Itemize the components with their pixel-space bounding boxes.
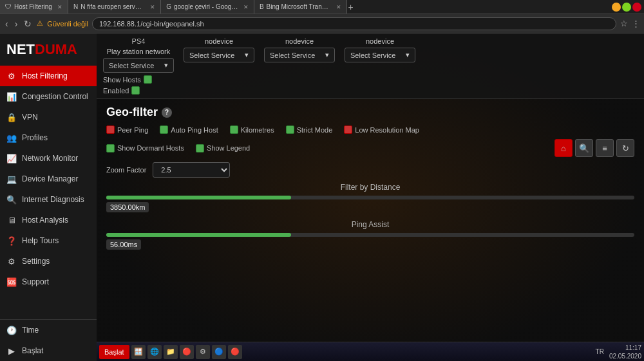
sidebar-item-support[interactable]: 🆘 Support [0, 272, 97, 292]
menu-icon[interactable]: ⋮ [632, 19, 640, 28]
tab-close[interactable]: ✕ [57, 4, 62, 10]
back-button[interactable]: ‹ [4, 17, 10, 30]
reload-button[interactable]: ↻ [23, 17, 33, 30]
maximize-button[interactable] [622, 3, 631, 12]
ps4-label: PS4 [103, 37, 174, 45]
sidebar-item-vpn[interactable]: 🔒 VPN [0, 107, 97, 127]
dropdown-arrow-icon: ▾ [325, 51, 329, 59]
vpn-icon: 🔒 [6, 112, 17, 122]
select-service-1[interactable]: Select Service ▾ [184, 48, 254, 62]
show-hosts-checkbox[interactable] [144, 75, 152, 84]
sidebar-item-label: Internet Diagnosis [22, 195, 84, 204]
tab-fifa[interactable]: N N fifa europen server problem - Co ✕ [68, 0, 161, 14]
options-row-2-combined: Show Dormant Hosts Show Legend ⌂ 🔍 ≡ ↻ [106, 139, 634, 157]
start-button[interactable]: Başlat [99, 345, 129, 359]
nodevice-column-1: nodevice Select Service ▾ [184, 37, 254, 62]
sidebar-item-network-monitor[interactable]: 📈 Network Monitor [0, 148, 97, 169]
strict-mode-checkbox[interactable] [286, 125, 294, 134]
select-service-3[interactable]: Select Service ▾ [345, 48, 415, 62]
ping-assist-label: Ping Assist [106, 220, 634, 229]
auto-ping-checkbox[interactable] [160, 125, 168, 134]
enabled-checkbox[interactable] [131, 86, 140, 95]
taskbar-icon-folder[interactable]: 📁 [164, 345, 178, 359]
service-bar: PS4 Play station network Select Service … [97, 33, 644, 99]
zoom-row: Zoom Factor 2.5 1.0 1.5 2.0 3.0 4.0 5.0 [106, 162, 634, 178]
sidebar-item-congestion-control[interactable]: 📊 Congestion Control [0, 86, 97, 107]
url-input[interactable] [92, 17, 616, 30]
congestion-control-icon: 📊 [6, 91, 17, 102]
forward-button[interactable]: › [14, 17, 19, 30]
select-service-ps4[interactable]: Select Service ▾ [103, 58, 174, 73]
network-monitor-icon: 📈 [6, 153, 17, 163]
tab-icon: 🛡 [5, 3, 12, 10]
tab-google[interactable]: G google çeviri - Google'da Ara ✕ [161, 0, 254, 14]
bookmark-icon[interactable]: ☆ [620, 19, 628, 28]
sidebar-item-host-analysis[interactable]: 🖥 Host Analysis [0, 210, 97, 230]
nodevice-column-2: nodevice Select Service ▾ [264, 37, 335, 62]
kilometres-label: Kilometres [241, 126, 274, 134]
show-dormant-label: Show Dormant Hosts [117, 144, 184, 152]
show-dormant-checkbox[interactable] [106, 144, 115, 153]
logo-net: NET [6, 41, 35, 57]
taskbar-icon-browser[interactable]: 🌐 [147, 345, 162, 359]
taskbar-date: 02.05.2020 [609, 352, 641, 360]
security-label: Güvenli değil [47, 20, 88, 28]
peer-ping-checkbox[interactable] [106, 125, 115, 134]
ping-assist-slider-track[interactable] [106, 233, 634, 237]
sidebar-item-device-manager[interactable]: 💻 Device Manager [0, 169, 97, 189]
tab-close[interactable]: ✕ [243, 4, 249, 10]
taskbar-icon-windows[interactable]: 🪟 [131, 345, 146, 359]
settings-icon: ⚙ [6, 256, 17, 266]
sidebar-item-label: Başlat [22, 346, 43, 355]
sidebar-item-profiles[interactable]: 👥 Profiles [0, 127, 97, 148]
taskbar-time: 11:17 02.05.2020 [609, 344, 641, 360]
low-res-map-checkbox[interactable] [344, 125, 352, 134]
sidebar-item-label: Device Manager [22, 174, 78, 183]
tab-close[interactable]: ✕ [150, 4, 155, 10]
sidebar-item-start[interactable]: ▶ Başlat [0, 340, 97, 361]
refresh-button[interactable]: ↻ [616, 139, 634, 157]
taskbar-icon-red2[interactable]: 🔴 [228, 345, 242, 359]
sidebar-item-label: Time [22, 326, 39, 335]
new-tab-button[interactable]: + [347, 1, 355, 14]
minimize-button[interactable] [612, 3, 621, 12]
playstation-label: Play station network [103, 48, 174, 55]
tab-close[interactable]: ✕ [336, 4, 341, 10]
sidebar-item-help-tours[interactable]: ❓ Help Tours [0, 230, 97, 251]
tab-label: N fifa europen server problem - Co [80, 3, 145, 10]
option-show-legend: Show Legend [196, 144, 250, 153]
tab-icon: B [260, 3, 264, 10]
show-legend-checkbox[interactable] [196, 144, 204, 153]
taskbar-icon-red1[interactable]: 🔴 [180, 345, 194, 359]
tab-bing[interactable]: B Bing Microsoft Translator ✕ [254, 0, 347, 14]
sidebar-item-internet-diagnosis[interactable]: 🔍 Internet Diagnosis [0, 189, 97, 210]
nodevice-label-1: nodevice [205, 37, 233, 45]
distance-slider-track[interactable] [106, 196, 634, 199]
sidebar-item-time[interactable]: 🕐 Time [0, 320, 97, 340]
options-row-1: Peer Ping Auto Ping Host Kilometres Stri… [106, 125, 634, 134]
sidebar-menu: ⚙ Host Filtering 📊 Congestion Control 🔒 … [0, 66, 97, 319]
sidebar-item-host-filtering[interactable]: ⚙ Host Filtering [0, 66, 97, 86]
tab-host-filtering[interactable]: 🛡 Host Filtering ✕ [0, 0, 68, 14]
show-hosts-label: Show Hosts [103, 76, 141, 84]
tab-label: google çeviri - Google'da Ara [174, 3, 238, 10]
zoom-factor-select[interactable]: 2.5 1.0 1.5 2.0 3.0 4.0 5.0 [153, 162, 230, 178]
support-icon: 🆘 [6, 277, 17, 287]
taskbar-icon-blue[interactable]: 🔵 [212, 345, 226, 359]
ping-assist-section: Ping Assist 56.00ms [106, 220, 634, 250]
select-service-2[interactable]: Select Service ▾ [264, 48, 335, 62]
home-button[interactable]: ⌂ [554, 139, 573, 157]
search-button[interactable]: 🔍 [575, 139, 593, 157]
show-legend-label: Show Legend [207, 144, 250, 152]
dropdown-arrow-icon: ▾ [164, 61, 168, 69]
nodevice-label-3: nodevice [366, 37, 394, 45]
sidebar-item-settings[interactable]: ⚙ Settings [0, 251, 97, 272]
auto-ping-label: Auto Ping Host [171, 126, 218, 134]
close-button[interactable] [632, 3, 641, 12]
taskbar-icon-gear[interactable]: ⚙ [196, 345, 210, 359]
list-button[interactable]: ≡ [596, 139, 614, 157]
geofilter-help-icon[interactable]: ? [162, 107, 172, 118]
geofilter-title-text: Geo-filter [106, 106, 158, 119]
select-service-label: Select Service [109, 62, 154, 69]
kilometres-checkbox[interactable] [230, 125, 238, 134]
